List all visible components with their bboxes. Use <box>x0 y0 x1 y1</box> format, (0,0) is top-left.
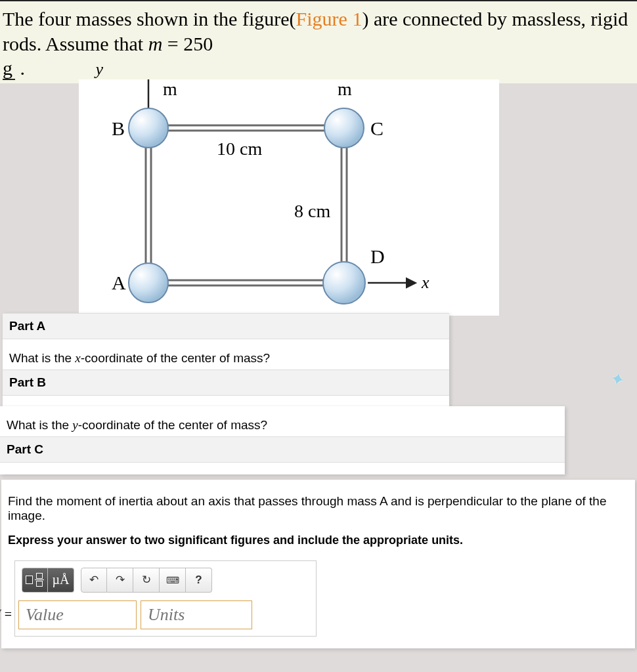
part-b-card: What is the y-coordinate of the center o… <box>0 406 565 474</box>
mass-label-b-top: m <box>163 79 177 99</box>
svg-point-12 <box>129 263 168 303</box>
formula-toolbar: µÅ ↶ ↷ ↻ ⌨ ? <box>22 568 309 593</box>
figure-link[interactable]: Figure 1 <box>296 8 362 30</box>
label-B: B <box>112 117 125 139</box>
part-b-question: What is the y-coordinate of the center o… <box>0 406 565 436</box>
star-decoration: ✦ <box>608 368 627 392</box>
height-label: 8 cm <box>294 201 330 221</box>
help-icon: ? <box>195 574 202 587</box>
answer-symbol: I = <box>0 607 14 622</box>
part-a-question: What is the x-coordinate of the center o… <box>3 339 449 369</box>
keyboard-button[interactable]: ⌨ <box>160 568 186 593</box>
reset-icon: ↻ <box>142 573 151 587</box>
redo-button[interactable]: ↷ <box>107 568 133 593</box>
eq-text: = 250 <box>162 33 213 54</box>
figure-diagram: m m B C A D 10 cm 8 cm x <box>79 79 499 316</box>
var-y: y <box>72 418 77 432</box>
keyboard-icon: ⌨ <box>166 575 179 585</box>
part-a-card: Part A What is the x-coordinate of the c… <box>3 313 449 408</box>
answer-box: µÅ ↶ ↷ ↻ ⌨ ? I = <box>14 560 317 637</box>
unit-g: g <box>3 57 15 80</box>
axis-y-label: y <box>96 60 104 79</box>
axis-x-label: x <box>421 273 429 292</box>
label-C: C <box>370 117 384 139</box>
label-A: A <box>112 272 126 293</box>
redo-icon: ↷ <box>116 573 125 587</box>
svg-point-10 <box>129 108 168 148</box>
mu-angstrom-button[interactable]: µÅ <box>48 568 74 593</box>
label-D: D <box>370 245 385 267</box>
undo-button[interactable]: ↶ <box>81 568 107 593</box>
part-b-header: Part B <box>3 369 449 396</box>
part-a-header: Part A <box>3 313 449 339</box>
problem-text-1: The four masses shown in the figure( <box>3 8 296 30</box>
undo-icon: ↶ <box>89 573 99 587</box>
value-input[interactable] <box>18 600 137 629</box>
width-label: 10 cm <box>217 138 262 159</box>
reset-button[interactable]: ↻ <box>133 568 160 593</box>
help-button[interactable]: ? <box>186 568 212 593</box>
template-button[interactable] <box>22 568 48 593</box>
svg-point-11 <box>324 108 364 148</box>
var-x: x <box>75 351 80 365</box>
period: . <box>15 57 25 79</box>
part-c-header: Part C <box>0 436 565 463</box>
mass-label-c-top: m <box>338 79 352 99</box>
part-c-question: Find the moment of inertia about an axis… <box>1 480 635 527</box>
var-m: m <box>148 33 163 54</box>
units-input[interactable] <box>141 600 252 629</box>
part-c-card: Find the moment of inertia about an axis… <box>1 480 635 648</box>
svg-point-13 <box>323 262 365 304</box>
problem-statement: The four masses shown in the figure(Figu… <box>0 0 637 83</box>
express-instructions: Express your answer to two significant f… <box>1 527 635 551</box>
